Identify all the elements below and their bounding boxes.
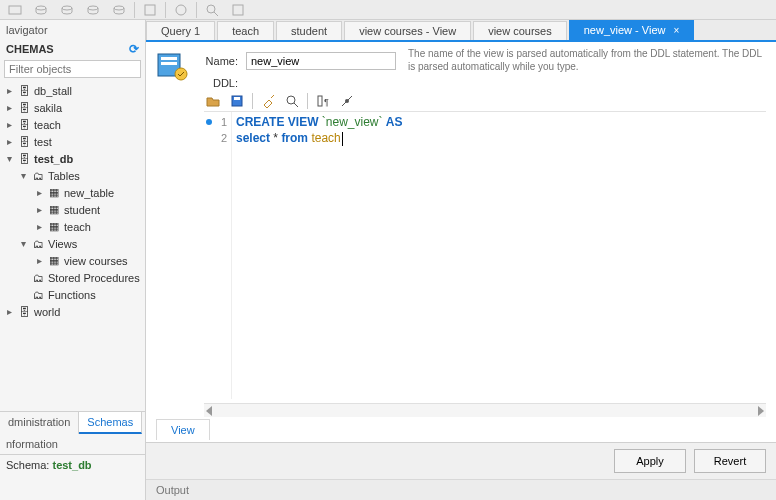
invisible-icon[interactable] xyxy=(338,92,356,110)
tab-administration[interactable]: dministration xyxy=(0,412,79,434)
revert-button[interactable]: Revert xyxy=(694,449,766,473)
query-tab-bar: Query 1teachstudentview courses - Viewvi… xyxy=(146,20,776,42)
db-item[interactable]: ▸🗄world xyxy=(0,303,145,320)
svg-rect-0 xyxy=(9,6,21,14)
sp-icon: 🗂 xyxy=(31,271,45,285)
fn-folder[interactable]: 🗂Functions xyxy=(0,286,145,303)
svg-rect-15 xyxy=(234,97,240,100)
view-subtab[interactable]: View xyxy=(156,419,210,440)
database-icon: 🗄 xyxy=(17,305,31,319)
toolbar-icon[interactable] xyxy=(108,1,130,19)
toolbar-icon[interactable] xyxy=(170,1,192,19)
view-editor-icon xyxy=(154,48,190,84)
svg-line-16 xyxy=(271,95,274,98)
table-item[interactable]: ▸▦teach xyxy=(0,218,145,235)
sql-editor[interactable]: CREATE VIEW `new_view` ASselect * from t… xyxy=(232,112,766,399)
ddl-toolbar: ¶ xyxy=(146,91,776,111)
view-icon: ▦ xyxy=(47,254,61,268)
view-name-input[interactable] xyxy=(246,52,396,70)
output-label: Output xyxy=(146,479,776,500)
database-icon: 🗄 xyxy=(17,118,31,132)
svg-point-3 xyxy=(88,6,98,10)
sp-folder[interactable]: 🗂Stored Procedures xyxy=(0,269,145,286)
svg-rect-11 xyxy=(161,57,177,60)
svg-rect-12 xyxy=(161,62,177,65)
hint-text: The name of the view is parsed automatic… xyxy=(404,48,766,73)
db-item[interactable]: ▸🗄db_stall xyxy=(0,82,145,99)
db-item[interactable]: ▸🗄test xyxy=(0,133,145,150)
svg-point-17 xyxy=(287,96,295,104)
save-icon[interactable] xyxy=(228,92,246,110)
svg-point-7 xyxy=(207,5,215,13)
fn-icon: 🗂 xyxy=(31,288,45,302)
tables-folder[interactable]: ▾🗂Tables xyxy=(0,167,145,184)
db-item[interactable]: ▸🗄teach xyxy=(0,116,145,133)
database-icon: 🗄 xyxy=(17,84,31,98)
svg-rect-19 xyxy=(318,96,322,106)
folder-icon: 🗂 xyxy=(31,169,45,183)
code-gutter: 12 xyxy=(204,112,232,399)
database-icon: 🗄 xyxy=(17,101,31,115)
query-tab[interactable]: view courses - View xyxy=(344,21,471,40)
query-tab[interactable]: Query 1 xyxy=(146,21,215,40)
query-tab[interactable]: student xyxy=(276,21,342,40)
search-icon[interactable] xyxy=(201,1,223,19)
filter-input[interactable] xyxy=(4,60,141,78)
query-tab[interactable]: view courses xyxy=(473,21,567,40)
db-item-current[interactable]: ▾🗄test_db xyxy=(0,150,145,167)
database-icon: 🗄 xyxy=(17,135,31,149)
toolbar-icon[interactable] xyxy=(30,1,52,19)
table-icon: ▦ xyxy=(47,186,61,200)
information-title: nformation xyxy=(0,434,145,454)
svg-point-4 xyxy=(114,6,124,10)
schema-tree: ▸🗄db_stall ▸🗄sakila ▸🗄teach ▸🗄test ▾🗄tes… xyxy=(0,80,145,411)
toolbar-icon[interactable] xyxy=(82,1,104,19)
database-icon: 🗄 xyxy=(17,152,31,166)
toolbar-icon[interactable] xyxy=(4,1,26,19)
tab-schemas[interactable]: Schemas xyxy=(79,412,142,434)
apply-button[interactable]: Apply xyxy=(614,449,686,473)
wrap-icon[interactable]: ¶ xyxy=(314,92,332,110)
name-label: Name: xyxy=(198,55,238,67)
navigator-title: lavigator xyxy=(0,20,145,40)
svg-line-18 xyxy=(294,103,298,107)
schema-name: test_db xyxy=(52,459,91,471)
table-icon: ▦ xyxy=(47,203,61,217)
refresh-icon[interactable]: ⟳ xyxy=(129,42,139,56)
db-item[interactable]: ▸🗄sakila xyxy=(0,99,145,116)
svg-point-13 xyxy=(175,68,187,80)
svg-point-6 xyxy=(176,5,186,15)
toolbar-icon[interactable] xyxy=(56,1,78,19)
open-icon[interactable] xyxy=(204,92,222,110)
view-item[interactable]: ▸▦view courses xyxy=(0,252,145,269)
folder-icon: 🗂 xyxy=(31,237,45,251)
toolbar-icon[interactable] xyxy=(227,1,249,19)
ddl-label: DDL: xyxy=(198,77,238,89)
svg-line-22 xyxy=(342,96,352,106)
svg-rect-5 xyxy=(145,5,155,15)
table-item[interactable]: ▸▦new_table xyxy=(0,184,145,201)
toolbar-icon[interactable] xyxy=(139,1,161,19)
query-tab[interactable]: teach xyxy=(217,21,274,40)
svg-text:¶: ¶ xyxy=(324,97,329,107)
search-icon[interactable] xyxy=(283,92,301,110)
views-folder[interactable]: ▾🗂Views xyxy=(0,235,145,252)
information-panel: Schema: test_db xyxy=(0,454,145,500)
broom-icon[interactable] xyxy=(259,92,277,110)
svg-point-1 xyxy=(36,6,46,10)
svg-point-2 xyxy=(62,6,72,10)
table-icon: ▦ xyxy=(47,220,61,234)
query-tab[interactable]: new_view - View× xyxy=(569,20,695,40)
svg-line-8 xyxy=(214,12,218,16)
table-item[interactable]: ▸▦student xyxy=(0,201,145,218)
close-icon[interactable]: × xyxy=(673,25,679,36)
schema-label: Schema: xyxy=(6,459,52,471)
main-toolbar xyxy=(0,0,776,20)
svg-rect-9 xyxy=(233,5,243,15)
schemas-header: CHEMAS xyxy=(6,43,54,55)
horizontal-scrollbar[interactable] xyxy=(204,403,766,417)
